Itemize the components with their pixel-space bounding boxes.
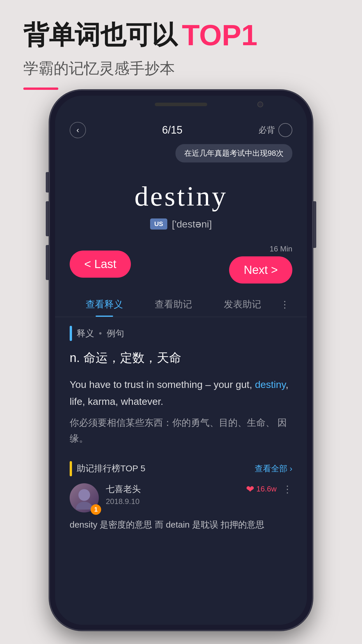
user-name: 七喜老头 [106, 483, 239, 495]
header-title-text: 背单词也可以 [23, 20, 177, 50]
svg-point-0 [78, 489, 90, 501]
next-button[interactable]: Next > [229, 256, 292, 284]
section-title-def: 释义 [77, 328, 94, 340]
user-info: 七喜老头 2018.9.10 [106, 483, 239, 506]
word-area: destiny US ['destəni] [55, 168, 307, 236]
view-all-label: 查看全部 [255, 463, 287, 474]
phone-inner: ‹ 6/15 必背 在近几年真题考试中出现98次 destiny US [55, 96, 307, 625]
phone-btn-power [313, 201, 316, 248]
header-subtitle: 学霸的记忆灵感手抄本 [23, 58, 339, 79]
header-title: 背单词也可以 TOP1 [23, 18, 339, 52]
user-actions: ❤ 16.6w ⋮ [246, 483, 292, 495]
tab-more-icon[interactable]: ⋮ [277, 299, 292, 316]
screen-content: ‹ 6/15 必背 在近几年真题考试中出现98次 destiny US [55, 113, 307, 625]
view-all-button[interactable]: 查看全部 › [255, 463, 292, 474]
phone-notch [55, 96, 307, 113]
ranking-left: 助记排行榜TOP 5 [70, 461, 145, 476]
section-title-example: 例句 [107, 328, 124, 340]
nav-right-group: 16 Min Next > [229, 244, 292, 284]
phone-btn-mute [46, 172, 49, 192]
back-button[interactable]: ‹ [70, 122, 86, 138]
phonetic-text: ['destəni] [172, 218, 212, 230]
mnemonic-content: density 是密度的意思 而 detain 是耽误 扣押的意思 [70, 517, 292, 532]
phone-btn-vol-down [46, 245, 49, 280]
must-memorize-label: 必背 [259, 125, 275, 136]
ranking-header: 助记排行榜TOP 5 查看全部 › [70, 461, 292, 476]
example-en-before: You have to trust in something – your gu… [70, 379, 255, 390]
header-underline [23, 88, 58, 90]
example-english: You have to trust in something – your gu… [70, 376, 292, 410]
like-count: 16.6w [256, 484, 277, 494]
header-top1: TOP1 [182, 18, 257, 52]
phone-camera [257, 102, 263, 107]
like-button[interactable]: ❤ 16.6w [246, 483, 277, 495]
frequency-tooltip: 在近几年真题考试中出现98次 [175, 144, 292, 162]
rank-badge: 1 [91, 504, 101, 515]
section-header: 释义 • 例句 [70, 326, 292, 341]
phonetic-area: US ['destəni] [70, 218, 292, 230]
tab-post-mnemonic[interactable]: 发表助记 [208, 298, 277, 317]
example-en-highlight: destiny [255, 379, 286, 390]
must-memorize-section: 必背 [259, 123, 292, 137]
tab-definition[interactable]: 查看释义 [70, 298, 139, 317]
tooltip-bar: 在近几年真题考试中出现98次 [55, 144, 307, 168]
region-badge: US [150, 218, 167, 230]
section-bar-blue [70, 326, 72, 341]
phone-speaker [155, 103, 207, 106]
word-display: destiny [70, 180, 292, 212]
nav-buttons: < Last 16 Min Next > [55, 236, 307, 292]
definition-area: 释义 • 例句 n. 命运，定数，天命 You have to trust in… [55, 317, 307, 455]
user-date: 2018.9.10 [106, 497, 239, 506]
view-all-arrow: › [290, 464, 292, 473]
user-card: 1 七喜老头 2018.9.10 ❤ 16.6w ⋮ [70, 483, 292, 512]
ranking-title: 助记排行榜TOP 5 [77, 463, 145, 475]
phone-mockup: ‹ 6/15 必背 在近几年真题考试中出现98次 destiny US [50, 90, 312, 630]
memorize-toggle[interactable] [278, 123, 292, 137]
avatar-container: 1 [70, 483, 99, 512]
progress-indicator: 6/15 [162, 124, 182, 136]
section-bar-yellow [70, 461, 72, 476]
phone-outer: ‹ 6/15 必背 在近几年真题考试中出现98次 destiny US [50, 90, 312, 630]
definition-text: n. 命运，定数，天命 [70, 348, 292, 368]
top-bar: ‹ 6/15 必背 [55, 113, 307, 144]
example-chinese: 你必须要相信某些东西：你的勇气、目的、生命、 因缘。 [70, 415, 292, 447]
last-button[interactable]: < Last [70, 251, 131, 278]
more-options-icon[interactable]: ⋮ [282, 483, 292, 495]
time-label: 16 Min [270, 244, 292, 253]
tabs-bar: 查看释义 查看助记 发表助记 ⋮ [55, 292, 307, 317]
heart-icon: ❤ [246, 483, 254, 495]
phone-btn-vol-up [46, 201, 49, 236]
section-dot: • [99, 328, 102, 338]
ranking-area: 助记排行榜TOP 5 查看全部 › [55, 455, 307, 538]
tab-mnemonic[interactable]: 查看助记 [139, 298, 208, 317]
svg-point-1 [76, 502, 92, 510]
header-section: 背单词也可以 TOP1 学霸的记忆灵感手抄本 [23, 18, 339, 90]
